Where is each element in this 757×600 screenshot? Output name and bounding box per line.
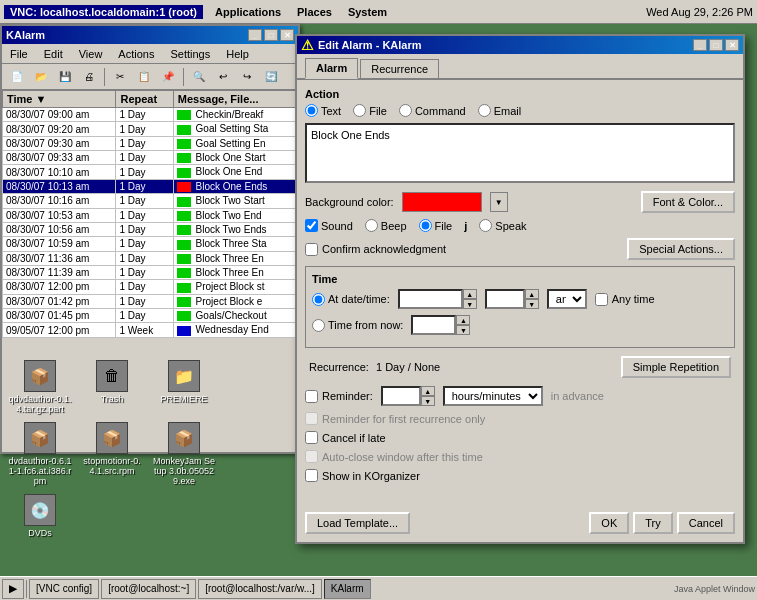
radio-time-from-now[interactable]: Time from now: (312, 319, 403, 332)
show-korganizer-input[interactable] (305, 469, 318, 482)
table-row[interactable]: 08/30/07 09:30 am 1 Day Goal Setting En (3, 136, 298, 150)
table-row[interactable]: 08/30/07 10:13 am 1 Day Block One Ends (3, 179, 298, 193)
dialog-maximize[interactable]: □ (709, 39, 723, 51)
radio-file-sound-input[interactable] (419, 219, 432, 232)
simple-repetition-button[interactable]: Simple Repetition (621, 356, 731, 378)
auto-close-checkbox[interactable]: Auto-close window after this time (305, 450, 483, 463)
tab-recurrence[interactable]: Recurrence (360, 59, 439, 78)
menu-edit[interactable]: Edit (40, 46, 67, 62)
radio-text[interactable]: Text (305, 104, 341, 117)
toolbar-open[interactable]: 📂 (30, 67, 52, 87)
toolbar-search[interactable]: 🔍 (188, 67, 210, 87)
table-row[interactable]: 08/30/07 11:36 am 1 Day Block Three En (3, 251, 298, 265)
menu-help[interactable]: Help (222, 46, 253, 62)
table-row[interactable]: 08/30/07 10:53 am 1 Day Block Two End (3, 208, 298, 222)
desktop-icon[interactable]: 📦 stopmotionr-0.4.1.src.rpm (80, 422, 144, 486)
radio-at-datetime-input[interactable] (312, 293, 325, 306)
col-time[interactable]: Time ▼ (3, 91, 116, 108)
radio-email[interactable]: Email (478, 104, 522, 117)
col-repeat[interactable]: Repeat (116, 91, 173, 108)
dialog-close[interactable]: ✕ (725, 39, 739, 51)
special-actions-button[interactable]: Special Actions... (627, 238, 735, 260)
color-dropdown-button[interactable]: ▼ (490, 192, 508, 212)
time-down[interactable]: ▼ (525, 299, 539, 309)
desktop-icon[interactable]: 📦 dvdauthor-0.6.11-1.fc6.at.i386.rpm (8, 422, 72, 486)
menu-file[interactable]: File (6, 46, 32, 62)
menu-view[interactable]: View (75, 46, 107, 62)
cancel-button[interactable]: Cancel (677, 512, 735, 534)
taskbar-window-button[interactable]: KAlarm (324, 579, 371, 599)
col-message[interactable]: Message, File... (173, 91, 297, 108)
time-input[interactable]: 10:13 (485, 289, 525, 309)
table-row[interactable]: 08/30/07 09:20 am 1 Day Goal Setting Sta (3, 122, 298, 136)
radio-at-datetime[interactable]: At date/time: (312, 293, 390, 306)
time-up[interactable]: ▲ (525, 289, 539, 299)
menu-settings[interactable]: Settings (166, 46, 214, 62)
taskbar-window-button[interactable]: [root@localhost:/var/w...] (198, 579, 322, 599)
app-menu-places[interactable]: Places (293, 4, 336, 20)
confirm-checkbox[interactable]: Confirm acknowledgment (305, 243, 446, 256)
toolbar-cut[interactable]: ✂ (109, 67, 131, 87)
taskbar-window-button[interactable]: [VNC config] (29, 579, 99, 599)
hours-minutes-select[interactable]: hours/minutes (443, 386, 543, 406)
desktop-icon[interactable]: 🗑 Trash (80, 360, 144, 414)
desktop-icon[interactable]: 📦 MonkeyJam Setup 3.0b.050529.exe (152, 422, 216, 486)
table-row[interactable]: 08/30/07 12:00 pm 1 Day Project Block st (3, 280, 298, 294)
table-row[interactable]: 08/30/07 01:45 pm 1 Day Goals/Checkout (3, 309, 298, 323)
reminder-check-input[interactable] (305, 390, 318, 403)
try-button[interactable]: Try (633, 512, 672, 534)
show-korganizer-checkbox[interactable]: Show in KOrganizer (305, 469, 420, 482)
toolbar-undo[interactable]: ↩ (212, 67, 234, 87)
app-menu-system[interactable]: System (344, 4, 391, 20)
toolbar-paste[interactable]: 📌 (157, 67, 179, 87)
time-from-now-down[interactable]: ▼ (456, 325, 470, 335)
radio-speak[interactable]: Speak (479, 219, 526, 232)
toolbar-redo[interactable]: ↪ (236, 67, 258, 87)
time-from-now-input[interactable]: 19:47 (411, 315, 456, 335)
alarm-text-area[interactable]: Block One Ends (305, 123, 735, 183)
radio-file-input[interactable] (353, 104, 366, 117)
reminder-up[interactable]: ▲ (421, 386, 435, 396)
reminder-first-checkbox[interactable]: Reminder for first recurrence only (305, 412, 485, 425)
table-row[interactable]: 08/30/07 10:56 am 1 Day Block Two Ends (3, 222, 298, 236)
menu-actions[interactable]: Actions (114, 46, 158, 62)
taskbar-btn-start[interactable]: ▶ (2, 579, 24, 599)
close-button[interactable]: ✕ (280, 29, 294, 41)
font-color-button[interactable]: Font & Color... (641, 191, 735, 213)
toolbar-print[interactable]: 🖨 (78, 67, 100, 87)
date-down[interactable]: ▼ (463, 299, 477, 309)
radio-file[interactable]: File (353, 104, 387, 117)
time-from-now-up[interactable]: ▲ (456, 315, 470, 325)
dialog-minimize[interactable]: _ (693, 39, 707, 51)
radio-time-from-now-input[interactable] (312, 319, 325, 332)
table-row[interactable]: 08/30/07 01:42 pm 1 Day Project Block e (3, 294, 298, 308)
cancel-if-late-checkbox[interactable]: Cancel if late (305, 431, 386, 444)
any-time-input[interactable] (595, 293, 608, 306)
toolbar-new[interactable]: 📄 (6, 67, 28, 87)
toolbar-save[interactable]: 💾 (54, 67, 76, 87)
sound-checkbox[interactable]: Sound (305, 219, 353, 232)
table-row[interactable]: 09/05/07 12:00 pm 1 Week Wednesday End (3, 323, 298, 337)
radio-command-input[interactable] (399, 104, 412, 117)
table-row[interactable]: 08/30/07 10:59 am 1 Day Block Three Sta (3, 237, 298, 251)
color-swatch[interactable] (402, 192, 482, 212)
table-row[interactable]: 08/30/07 10:16 am 1 Day Block Two Start (3, 194, 298, 208)
minimize-button[interactable]: _ (248, 29, 262, 41)
toolbar-copy[interactable]: 📋 (133, 67, 155, 87)
table-row[interactable]: 08/30/07 09:00 am 1 Day Checkin/Breakf (3, 108, 298, 122)
app-menu-applications[interactable]: Applications (211, 4, 285, 20)
reminder-down[interactable]: ▼ (421, 396, 435, 406)
table-row[interactable]: 08/30/07 10:10 am 1 Day Block One End (3, 165, 298, 179)
toolbar-refresh[interactable]: 🔄 (260, 67, 282, 87)
table-row[interactable]: 08/30/07 11:39 am 1 Day Block Three En (3, 265, 298, 279)
date-up[interactable]: ▲ (463, 289, 477, 299)
taskbar-window-button[interactable]: [root@localhost:~] (101, 579, 196, 599)
date-input[interactable]: 08/30/07 (398, 289, 463, 309)
reminder-checkbox[interactable]: Reminder: (305, 390, 373, 403)
cancel-if-late-input[interactable] (305, 431, 318, 444)
radio-command[interactable]: Command (399, 104, 466, 117)
reminder-input[interactable]: 00:01 (381, 386, 421, 406)
ampm-select[interactable]: am pm (547, 289, 587, 309)
any-time-checkbox[interactable]: Any time (595, 293, 655, 306)
table-row[interactable]: 08/30/07 09:33 am 1 Day Block One Start (3, 151, 298, 165)
